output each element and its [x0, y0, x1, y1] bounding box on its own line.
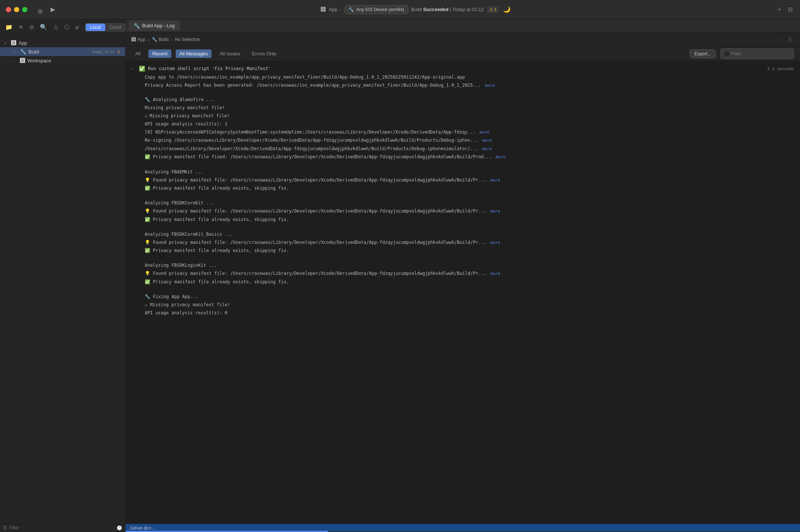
tab-label: Build App - Log: [142, 23, 175, 28]
log-script-label: Run custom shell script 'Fix Privacy Man…: [148, 66, 764, 71]
log-line: 💡 Found privacy manifest file: /Users/cr…: [126, 176, 800, 184]
export-button[interactable]: Export...: [690, 49, 716, 58]
log-main-script-header[interactable]: ▾ ✅ Run custom shell script 'Fix Privacy…: [126, 64, 800, 73]
log-spacer: [126, 224, 800, 229]
sidebar-toggle-button[interactable]: ⊞: [36, 6, 44, 13]
more-link[interactable]: more: [491, 240, 501, 245]
log-line: /Users/crasowas/Library/Developer/Xcode/…: [126, 145, 800, 153]
tag-icon-button[interactable]: ⬡: [63, 22, 71, 32]
workspace-icon: 🅰: [20, 58, 25, 63]
breadcrumb-app-button[interactable]: 🅰 App: [131, 37, 145, 42]
log-line: 💡 Found privacy manifest file: /Users/cr…: [126, 207, 800, 215]
filter-bar: All Recent All Messages All Issues Error…: [126, 46, 800, 61]
tab-build-log[interactable]: 🔧 Build App - Log: [128, 21, 180, 31]
titlebar-right: + ⊟: [776, 4, 794, 14]
sidebar-item-app[interactable]: ▾ 🅰 App: [0, 38, 125, 47]
breadcrumb-selection: No Selection: [175, 37, 200, 42]
close-button[interactable]: [6, 7, 11, 12]
local-cloud-toggle: Local Cloud: [85, 23, 126, 32]
breadcrumb-build-icon: 🔧: [152, 37, 157, 42]
search-icon-button[interactable]: 🔍: [38, 22, 49, 32]
titlebar-app-name: App: [329, 7, 337, 12]
minimize-button[interactable]: [14, 7, 19, 12]
log-line: Analyzing FBSDKLoginKit ...: [126, 261, 800, 269]
log-chevron-icon: ▾: [131, 67, 136, 71]
chevron-down-icon: ▾: [4, 41, 9, 45]
breadcrumb-build-button[interactable]: 🔧 Build: [152, 37, 169, 42]
content-breadcrumb: 🅰 App › 🔧 Build › No Selection ‹ ⚠: [126, 32, 800, 46]
nav-back-button[interactable]: ‹: [778, 35, 783, 44]
device-selector[interactable]: 🔧 Any iOS Device (arm64): [344, 5, 408, 14]
sidebar-item-workspace[interactable]: › 🅰 Workspace: [0, 56, 125, 65]
log-line: 💡 Found privacy manifest file: /Users/cr…: [126, 238, 800, 247]
sidebar-filter-icon-button[interactable]: ☰: [3, 525, 7, 531]
more-link[interactable]: more: [491, 209, 501, 214]
more-link[interactable]: more: [485, 83, 495, 88]
build-status: Build Succeeded | Today at 01:12: [411, 7, 484, 12]
warning-icon: ⚠: [489, 7, 493, 12]
log-line: ✅ Privacy manifest file already exists, …: [126, 215, 800, 224]
log-line: Analyzing FBAEMKit ...: [126, 168, 800, 176]
device-label: Any iOS Device (arm64): [356, 7, 404, 12]
warning-badge[interactable]: ⚠ 1: [487, 6, 499, 13]
more-link[interactable]: more: [496, 155, 506, 159]
chevron-right-icon: ›: [13, 59, 18, 63]
log-line: [0] NSPrivacyAccessedAPICategorySystemBo…: [126, 128, 800, 137]
sidebar-filter-clock-button[interactable]: 🕐: [117, 525, 122, 531]
breadcrumb-build-label: Build: [159, 37, 169, 42]
filter-tab-recent[interactable]: Recent: [148, 49, 171, 58]
tab-bar: 🔧 Build App - Log: [126, 19, 800, 32]
log-line: Analyzing FBSDKCoreKit ...: [126, 199, 800, 207]
sidebar-content: ▾ 🅰 App ▾ 🔧 Build Today, 01:12 ⚠ › 🅰 Wor…: [0, 35, 125, 524]
log-line: ✅ Privacy manifest file already exists, …: [126, 184, 800, 192]
log-filter-input-container: ⊙: [720, 48, 794, 59]
status-bar: GitHub @cr...: [126, 524, 800, 532]
log-section-fbsdkloginkit: Analyzing FBSDKLoginKit ... 💡 Found priv…: [126, 260, 800, 287]
dark-mode-toggle[interactable]: 🌙: [502, 4, 512, 14]
close-icon-button[interactable]: ✕: [17, 22, 25, 32]
more-link[interactable]: more: [491, 271, 501, 276]
bookmark-icon-button[interactable]: ⊘: [28, 22, 35, 32]
cloud-button[interactable]: Cloud: [105, 24, 126, 31]
sidebar-filter-input[interactable]: [9, 525, 114, 531]
filter-bar-right: Export... ⊙: [690, 48, 794, 59]
sidebar: 📁 ✕ ⊘ 🔍 ⚠ ⬡ ⌀ Local Cloud ≡ ▾ 🅰 App ▾: [0, 19, 126, 532]
log-section-fbaemkit: Analyzing FBAEMKit ... 💡 Found privacy m…: [126, 167, 800, 193]
log-line: API usage analysis result(s): 0: [126, 309, 800, 317]
nav-warning-button[interactable]: ⚠: [786, 35, 794, 44]
add-button[interactable]: +: [776, 5, 783, 14]
warning-count: 1: [494, 7, 497, 12]
log-line: 🔧 Fixing App App...: [126, 293, 800, 301]
warning-icon: ⚠️: [145, 113, 147, 119]
git-icon-button[interactable]: ⌀: [74, 22, 80, 32]
layout-button[interactable]: ⊟: [786, 4, 794, 14]
log-section-fixing-frameworks: 🔧 Analyzing Alamofire ... Missing privac…: [126, 95, 800, 162]
more-link[interactable]: more: [482, 146, 492, 151]
titlebar: ⊞ ▶ 🅰 App › 🔧 Any iOS Device (arm64) Bui…: [0, 0, 800, 19]
local-button[interactable]: Local: [86, 24, 105, 31]
chevron-icon: ▾: [13, 50, 18, 54]
filter-tab-all-messages[interactable]: All Messages: [176, 49, 212, 58]
filter-tab-errors-only[interactable]: Errors Only: [248, 49, 280, 58]
run-button[interactable]: ▶: [49, 6, 57, 14]
filter-tab-all-issues[interactable]: All Issues: [216, 49, 244, 58]
more-link[interactable]: more: [491, 178, 501, 183]
zoom-button[interactable]: [22, 7, 27, 12]
more-link[interactable]: more: [480, 130, 490, 135]
log-line: Privacy Access Report has been generated…: [126, 81, 800, 90]
breadcrumb-chevron-2: ›: [171, 36, 172, 43]
wrench-icon: 🔧: [349, 7, 354, 12]
filter-tab-all[interactable]: All: [131, 49, 144, 58]
build-icon: 🔧: [20, 49, 26, 55]
more-link[interactable]: more: [482, 138, 492, 143]
app-icon: 🅰: [11, 40, 16, 46]
log-section-fbsdkcorekit: Analyzing FBSDKCoreKit ... 💡 Found priva…: [126, 198, 800, 224]
log-line: 💡 Found privacy manifest file: /Users/cr…: [126, 269, 800, 278]
sidebar-item-build[interactable]: ▾ 🔧 Build Today, 01:12 ⚠: [0, 47, 125, 56]
warning-icon-button[interactable]: ⚠: [52, 22, 60, 32]
sidebar-build-meta: Today, 01:12: [92, 49, 114, 54]
log-filter-input[interactable]: [731, 51, 783, 56]
log-line: Missing privacy manifest file!: [126, 104, 800, 112]
log-line: ⚠️ Missing privacy manifest file!: [126, 301, 800, 309]
folder-icon-button[interactable]: 📁: [4, 22, 14, 32]
